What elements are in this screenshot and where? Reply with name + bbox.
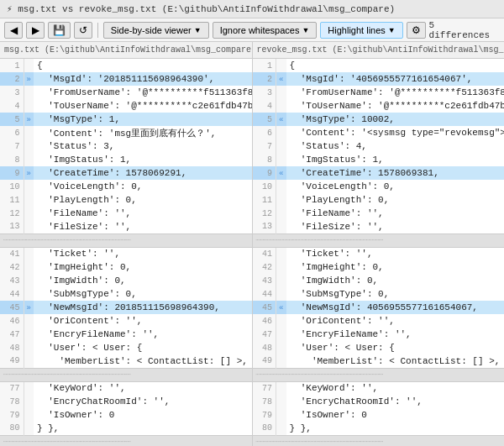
settings-btn[interactable]: ⚙ [407, 22, 426, 39]
line-number: 10 [0, 180, 24, 193]
table-row: 47 'EncryFileName': '', [0, 328, 252, 341]
line-content: 'SubMsgType': 0, [286, 287, 505, 301]
line-marker [276, 422, 286, 435]
line-content: 'ImgHeight': 0, [286, 260, 505, 274]
line-marker [24, 153, 34, 166]
table-row: 41 'Ticket': '', [253, 247, 505, 260]
viewer-mode-btn[interactable]: Side-by-side viewer ▼ [103, 22, 209, 39]
line-marker [24, 314, 34, 328]
table-row: ┈┈┈┈┈┈┈┈┈┈┈┈┈┈┈┈┈┈┈┈┈┈┈┈┈┈┈┈ [253, 368, 505, 381]
line-number: 7 [253, 139, 276, 153]
line-number: 3 [0, 86, 24, 99]
line-marker: « [276, 72, 286, 86]
line-marker: « [276, 301, 286, 314]
diff-pane-right[interactable]: 1{2« 'MsgId': '4056955577161654067',3 'F… [253, 59, 505, 446]
table-row: 6 'Content': '<sysmsg type="revokemsg"><… [253, 126, 505, 139]
table-row: 4 'ToUserName': '@**********c2e61fdb47b5… [253, 99, 505, 113]
line-content: 'FileSize': '', [286, 220, 505, 233]
highlight-lines-btn[interactable]: Highlight lines ▼ [320, 22, 402, 39]
line-marker [276, 59, 286, 72]
table-row: 42 'ImgHeight': 0, [0, 260, 252, 274]
diff-area: 1{2» 'MsgId': '201851115698964390',3 'Fr… [0, 59, 504, 446]
line-marker [276, 126, 286, 139]
table-row: 80} }, [0, 422, 252, 435]
line-marker [24, 328, 34, 341]
filepath-bar: msg.txt (E:\github\AntiInfoWithdrawal\ms… [0, 42, 504, 59]
line-number: 78 [253, 395, 276, 408]
line-number: 41 [253, 247, 276, 260]
line-content: 'FromUserName': '@**********f511363f8200… [286, 86, 505, 99]
line-number: 79 [0, 408, 24, 422]
ignore-arrow: ▼ [302, 26, 309, 34]
line-number: 42 [253, 260, 276, 274]
title-bar: ⚡ msg.txt vs revoke_msg.txt (E:\github\A… [0, 0, 504, 18]
line-content: 'FileName': '', [34, 207, 252, 220]
line-marker [276, 247, 286, 260]
line-marker: » [24, 113, 34, 126]
line-content: 'Ticket': '', [286, 247, 505, 260]
line-marker [24, 354, 34, 368]
line-content: 'Ticket': '', [34, 247, 252, 260]
line-number: 9 [0, 166, 24, 180]
table-row: 44 'SubMsgType': 0, [0, 287, 252, 301]
table-row: 43 'ImgWidth': 0, [253, 274, 505, 287]
line-content: 'SubMsgType': 0, [34, 287, 252, 301]
line-number: 2 [0, 72, 24, 86]
line-marker: « [276, 166, 286, 180]
right-scroll[interactable]: 1{2« 'MsgId': '4056955577161654067',3 'F… [253, 59, 505, 446]
line-content: 'User': < User: { [286, 341, 505, 354]
line-content: 'MsgId': '4056955577161654067', [286, 72, 505, 86]
left-scroll[interactable]: 1{2» 'MsgId': '201851115698964390',3 'Fr… [0, 59, 252, 446]
line-content: 'CreateTime': 1578069381, [286, 166, 505, 180]
line-content: } }, [286, 422, 505, 435]
line-marker: « [276, 113, 286, 126]
back-btn[interactable]: ◀ [4, 22, 23, 39]
table-row: 79 'IsOwner': 0 [0, 408, 252, 422]
line-marker [24, 139, 34, 153]
save-btn[interactable]: 💾 [48, 22, 71, 39]
table-row: 9« 'CreateTime': 1578069381, [253, 166, 505, 180]
table-row: 77 'KeyWord': '', [0, 381, 252, 395]
line-marker [276, 381, 286, 395]
line-number: 45 [0, 301, 24, 314]
line-marker [24, 59, 34, 72]
line-number: 8 [0, 153, 24, 166]
line-marker [24, 274, 34, 287]
line-content: 'NewMsgId': 4056955577161654067, [286, 301, 505, 314]
line-content: 'CreateTime': 1578069291, [34, 166, 252, 180]
line-marker [276, 99, 286, 113]
table-row: 48 'User': < User: { [253, 341, 505, 354]
table-row: 8 'ImgStatus': 1, [0, 153, 252, 166]
line-number: 80 [0, 422, 24, 435]
line-marker [276, 408, 286, 422]
table-row: 46 'OriContent': '', [0, 314, 252, 328]
table-row: 80} }, [253, 422, 505, 435]
diff-pane-left[interactable]: 1{2» 'MsgId': '201851115698964390',3 'Fr… [0, 59, 253, 446]
table-row: 45« 'NewMsgId': 4056955577161654067, [253, 301, 505, 314]
line-content: 'EncryChatRoomId': '', [34, 395, 252, 408]
table-row: 7 'Status': 3, [0, 139, 252, 153]
line-content: 'ImgWidth': 0, [286, 274, 505, 287]
line-number: 42 [0, 260, 24, 274]
line-content: 'Content': 'msg里面到底有什么？', [34, 126, 252, 139]
forward-btn[interactable]: ▶ [26, 22, 45, 39]
line-marker [276, 180, 286, 193]
line-number: 6 [0, 126, 24, 139]
line-content: 'VoiceLength': 0, [34, 180, 252, 193]
line-content: 'ImgStatus': 1, [286, 153, 505, 166]
refresh-btn[interactable]: ↺ [74, 22, 92, 39]
ignore-whitespace-btn[interactable]: Ignore whitespaces ▼ [213, 22, 318, 39]
highlight-arrow: ▼ [388, 26, 396, 34]
line-content: 'Status': 4, [286, 139, 505, 153]
line-content: 'MemberList': < ContactList: [] >, [34, 354, 252, 368]
line-content: 'IsOwner': 0 [286, 408, 505, 422]
table-row: 10 'VoiceLength': 0, [0, 180, 252, 193]
line-content: 'Status': 3, [34, 139, 252, 153]
line-content: 'VoiceLength': 0, [286, 180, 505, 193]
line-marker [24, 220, 34, 233]
line-marker [24, 247, 34, 260]
line-marker [24, 422, 34, 435]
table-row: 43 'ImgWidth': 0, [0, 274, 252, 287]
line-marker [276, 328, 286, 341]
line-marker [276, 86, 286, 99]
